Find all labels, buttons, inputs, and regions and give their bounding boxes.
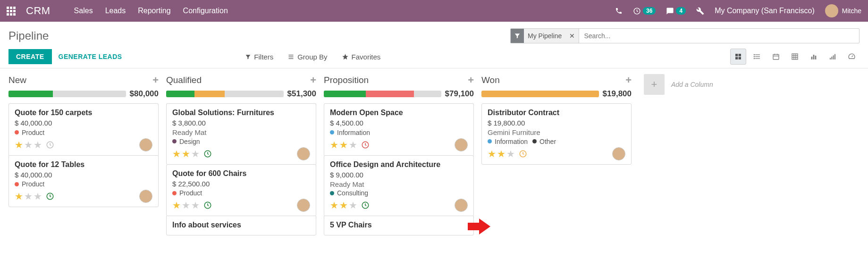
user-name: Mitche	[842, 7, 861, 15]
kanban-card[interactable]: Quote for 12 Tables $ 40,000.00 Product …	[8, 155, 159, 208]
add-column-button[interactable]: +	[644, 74, 665, 95]
kanban-card[interactable]: Info about services	[166, 216, 316, 235]
card-amount: $ 19,800.00	[488, 119, 625, 127]
star-icon[interactable]: ★	[339, 200, 348, 211]
messages-icon[interactable]: 4	[666, 7, 686, 15]
view-list[interactable]	[749, 49, 765, 65]
view-cohort[interactable]	[825, 49, 841, 65]
priority-stars: ★★★	[330, 139, 370, 151]
activity-icon[interactable]	[203, 150, 212, 158]
assignee-avatar[interactable]	[139, 190, 152, 203]
kanban-card[interactable]: Office Design and Architecture $ 9,000.0…	[324, 155, 474, 216]
favorites-dropdown[interactable]: Favorites	[342, 53, 381, 61]
star-icon[interactable]: ★	[34, 139, 42, 151]
star-icon[interactable]: ★	[497, 148, 506, 159]
star-icon[interactable]: ★	[506, 148, 515, 159]
column-progress[interactable]	[8, 91, 126, 97]
activity-icon[interactable]	[361, 201, 370, 209]
star-icon[interactable]: ★	[330, 139, 338, 151]
assignee-avatar[interactable]	[297, 199, 310, 212]
star-icon[interactable]: ★	[182, 148, 190, 159]
view-dashboard[interactable]	[843, 49, 860, 65]
kanban-card[interactable]: 5 VP Chairs	[324, 216, 474, 235]
search-bar[interactable]: My Pipeline ✕	[510, 28, 860, 43]
assignee-avatar[interactable]	[297, 147, 310, 160]
create-button[interactable]: CREATE	[8, 49, 52, 64]
search-facet: My Pipeline ✕	[511, 29, 579, 43]
priority-stars: ★★★	[330, 200, 370, 211]
column-progress[interactable]	[324, 91, 441, 97]
view-kanban[interactable]	[730, 49, 746, 65]
kanban-card[interactable]: Global Solutions: Furnitures $ 3,800.00 …	[166, 103, 316, 164]
svg-line-30	[851, 55, 853, 57]
star-icon[interactable]: ★	[330, 200, 338, 211]
tag: Design	[172, 138, 200, 145]
star-icon[interactable]: ★	[15, 139, 23, 151]
apps-icon[interactable]	[7, 7, 16, 16]
view-pivot[interactable]	[787, 49, 803, 65]
card-title: Quote for 12 Tables	[15, 160, 152, 169]
quick-add-icon[interactable]: +	[468, 74, 474, 86]
debug-icon[interactable]	[696, 7, 704, 15]
facet-label: My Pipeline	[524, 32, 565, 40]
user-menu[interactable]: Mitche	[825, 4, 861, 17]
filters-dropdown[interactable]: Filters	[245, 53, 273, 61]
facet-remove[interactable]: ✕	[565, 32, 579, 40]
add-column-label[interactable]: Add a Column	[671, 81, 713, 88]
kanban-card[interactable]: Modern Open Space $ 4,500.00 Information…	[324, 103, 474, 155]
star-icon[interactable]: ★	[172, 200, 181, 211]
svg-point-12	[754, 56, 754, 57]
search-input[interactable]	[579, 32, 859, 40]
groupby-dropdown[interactable]: Group By	[287, 53, 327, 61]
svg-rect-23	[811, 57, 813, 59]
favorites-label: Favorites	[352, 53, 381, 61]
view-calendar[interactable]	[768, 49, 784, 65]
star-icon[interactable]: ★	[349, 139, 357, 151]
nav-configuration[interactable]: Configuration	[183, 7, 228, 15]
nav-sales[interactable]: Sales	[74, 7, 93, 15]
assignee-avatar[interactable]	[455, 199, 468, 212]
kanban-card[interactable]: Quote for 150 carpets $ 40,000.00 Produc…	[8, 103, 159, 155]
star-icon[interactable]: ★	[339, 139, 348, 151]
generate-leads-button[interactable]: GENERATE LEADS	[59, 53, 122, 60]
company-name[interactable]: My Company (San Francisco)	[715, 7, 815, 15]
star-icon[interactable]: ★	[172, 148, 181, 159]
star-icon[interactable]: ★	[182, 200, 190, 211]
activity-icon[interactable]: 36	[633, 7, 656, 15]
assignee-avatar[interactable]	[455, 138, 468, 151]
star-icon[interactable]: ★	[349, 200, 357, 211]
phone-icon[interactable]	[615, 7, 623, 15]
activity-icon[interactable]	[46, 192, 54, 201]
star-icon[interactable]: ★	[191, 148, 200, 159]
activity-icon[interactable]	[519, 150, 527, 158]
column-title[interactable]: Proposition	[324, 75, 369, 85]
column-title[interactable]: New	[8, 75, 26, 85]
nav-reporting[interactable]: Reporting	[138, 7, 170, 15]
column-title[interactable]: Won	[481, 75, 500, 85]
activity-icon[interactable]	[46, 141, 54, 149]
column-progress[interactable]	[166, 91, 284, 97]
quick-add-icon[interactable]: +	[152, 74, 159, 86]
tag: Product	[15, 180, 44, 188]
star-icon[interactable]: ★	[24, 191, 33, 202]
kanban-card[interactable]: Distributor Contract $ 19,800.00 Gemini …	[481, 103, 632, 165]
star-icon[interactable]: ★	[191, 200, 200, 211]
svg-point-31	[47, 142, 53, 148]
column-progress[interactable]	[481, 91, 599, 97]
activity-icon[interactable]	[361, 141, 370, 149]
svg-point-33	[204, 151, 211, 157]
view-graph[interactable]	[806, 49, 822, 65]
star-icon[interactable]: ★	[15, 191, 23, 202]
quick-add-icon[interactable]: +	[310, 74, 316, 86]
star-icon[interactable]: ★	[34, 191, 42, 202]
kanban-card[interactable]: Quote for 600 Chairs $ 22,500.00 Product…	[166, 164, 316, 216]
star-icon[interactable]: ★	[24, 139, 33, 151]
assignee-avatar[interactable]	[139, 138, 152, 151]
brand-title: CRM	[26, 5, 51, 17]
star-icon[interactable]: ★	[488, 148, 496, 159]
nav-leads[interactable]: Leads	[105, 7, 126, 15]
activity-icon[interactable]	[203, 201, 212, 209]
quick-add-icon[interactable]: +	[625, 74, 632, 86]
assignee-avatar[interactable]	[612, 147, 625, 160]
column-title[interactable]: Qualified	[166, 75, 202, 85]
